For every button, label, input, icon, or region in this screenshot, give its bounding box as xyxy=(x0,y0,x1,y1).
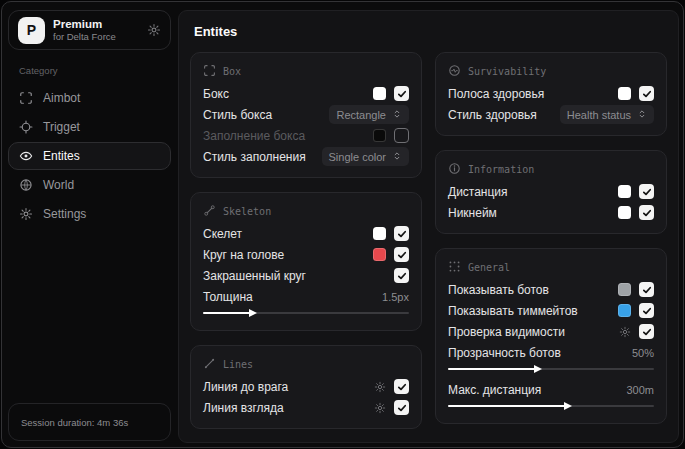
brand-subtitle: for Delta Force xyxy=(53,31,139,43)
card-skeleton: Skeleton Скелет Круг на голове xyxy=(190,192,422,331)
slider-value: 300m xyxy=(626,384,654,396)
sidebar-item-settings[interactable]: Settings xyxy=(8,200,171,228)
setting-label: Закрашенный круг xyxy=(203,269,394,283)
sidebar-item-trigget[interactable]: Trigget xyxy=(8,113,171,141)
checkbox-checked[interactable] xyxy=(639,205,654,220)
slider-thumb[interactable] xyxy=(564,402,572,410)
chevrons-updown-icon xyxy=(637,109,647,121)
gear-icon[interactable] xyxy=(147,23,161,37)
fill-style-select[interactable]: Single color xyxy=(322,147,409,166)
slider-fill xyxy=(203,312,252,314)
setting-row-bot-opacity: Прозрачность ботов 50% xyxy=(448,342,654,363)
checkbox-checked[interactable] xyxy=(394,268,409,283)
page-title: Entites xyxy=(194,24,667,39)
setting-label: Стиль заполнения xyxy=(203,150,322,164)
session-duration: Session duration: 4m 36s xyxy=(8,403,171,441)
gear-icon[interactable] xyxy=(619,326,631,338)
sidebar-item-label: World xyxy=(43,178,74,192)
setting-label: Показывать ботов xyxy=(448,283,618,297)
setting-row-max-distance: Макс. дистанция 300m xyxy=(448,379,654,400)
thickness-slider[interactable] xyxy=(203,308,409,318)
color-swatch[interactable] xyxy=(373,248,386,261)
info-icon xyxy=(448,162,461,177)
sidebar-item-entites[interactable]: Entites xyxy=(8,142,171,170)
main-panel: Entites Box Бокс xyxy=(178,10,679,443)
color-swatch[interactable] xyxy=(618,304,631,317)
setting-row-health-style: Стиль здоровья Health status xyxy=(448,104,654,125)
checkbox-checked[interactable] xyxy=(639,303,654,318)
checkbox-checked[interactable] xyxy=(394,247,409,262)
setting-row-nickname: Никнейм xyxy=(448,202,654,223)
color-swatch[interactable] xyxy=(618,206,631,219)
session-duration-text: Session duration: 4m 36s xyxy=(21,417,128,428)
setting-row-visibility-check: Проверка видимости xyxy=(448,321,654,342)
sidebar-item-aimbot[interactable]: Aimbot xyxy=(8,84,171,112)
select-value: Single color xyxy=(329,151,386,163)
sidebar-item-label: Settings xyxy=(43,207,86,221)
checkbox-checked[interactable] xyxy=(639,282,654,297)
setting-row-thickness: Толщина 1.5px xyxy=(203,286,409,307)
card-title: General xyxy=(468,262,510,273)
setting-row-view-line: Линия взгляда xyxy=(203,397,409,418)
slider-value: 1.5px xyxy=(382,291,409,303)
setting-label: Заполнение бокса xyxy=(203,129,373,143)
globe-icon xyxy=(19,178,33,192)
slider-thumb[interactable] xyxy=(534,365,542,373)
sidebar-item-world[interactable]: World xyxy=(8,171,171,199)
gear-icon[interactable] xyxy=(374,402,386,414)
category-label: Category xyxy=(19,65,171,76)
card-lines: Lines Линия до врага Линия взгляда xyxy=(190,345,422,429)
color-swatch[interactable] xyxy=(618,87,631,100)
setting-row-head-circle: Круг на голове xyxy=(203,244,409,265)
setting-row-box: Бокс xyxy=(203,83,409,104)
color-swatch[interactable] xyxy=(373,129,386,142)
aimbot-icon xyxy=(19,91,33,105)
crosshair-icon xyxy=(19,120,33,134)
entities-eye-icon xyxy=(19,149,33,163)
setting-row-box-style: Стиль бокса Rectangle xyxy=(203,104,409,125)
sidebar: P Premium for Delta Force Category Aimbo… xyxy=(8,10,171,441)
setting-label: Круг на голове xyxy=(203,248,373,262)
checkbox-checked[interactable] xyxy=(394,379,409,394)
card-survivability: Survivability Полоса здоровья Стиль здор… xyxy=(435,52,667,136)
card-general: General Показывать ботов Показывать тимм… xyxy=(435,248,667,424)
checkbox-checked[interactable] xyxy=(639,324,654,339)
health-style-select[interactable]: Health status xyxy=(560,105,654,124)
setting-row-box-fill: Заполнение бокса xyxy=(203,125,409,146)
setting-row-fill-style: Стиль заполнения Single color xyxy=(203,146,409,167)
bot-opacity-slider[interactable] xyxy=(448,364,654,374)
setting-label: Скелет xyxy=(203,227,373,241)
color-swatch[interactable] xyxy=(373,87,386,100)
box-style-select[interactable]: Rectangle xyxy=(329,105,409,124)
box-frame-icon xyxy=(203,64,216,79)
checkbox-checked[interactable] xyxy=(639,184,654,199)
color-swatch[interactable] xyxy=(373,227,386,240)
max-distance-slider[interactable] xyxy=(448,401,654,411)
color-swatch[interactable] xyxy=(618,185,631,198)
gear-icon xyxy=(19,207,33,221)
setting-row-health-bar: Полоса здоровья xyxy=(448,83,654,104)
sidebar-item-label: Trigget xyxy=(43,120,80,134)
pulse-icon xyxy=(448,64,461,79)
slider-thumb[interactable] xyxy=(249,309,257,317)
slider-fill xyxy=(448,405,567,407)
setting-row-show-bots: Показывать ботов xyxy=(448,279,654,300)
checkbox-checked[interactable] xyxy=(394,86,409,101)
card-title: Skeleton xyxy=(223,206,271,217)
app-window: P Premium for Delta Force Category Aimbo… xyxy=(1,1,684,448)
setting-label: Прозрачность ботов xyxy=(448,346,632,360)
brand-title: Premium xyxy=(53,17,139,31)
checkbox-unchecked[interactable] xyxy=(394,128,409,143)
checkbox-checked[interactable] xyxy=(394,226,409,241)
setting-label: Макс. дистанция xyxy=(448,383,626,397)
color-swatch[interactable] xyxy=(618,283,631,296)
setting-label: Проверка видимости xyxy=(448,325,619,339)
card-title: Survivability xyxy=(468,66,546,77)
gear-icon[interactable] xyxy=(374,381,386,393)
setting-label: Полоса здоровья xyxy=(448,87,618,101)
sidebar-item-label: Aimbot xyxy=(43,91,80,105)
dots-grid-icon xyxy=(448,260,461,275)
checkbox-checked[interactable] xyxy=(394,400,409,415)
checkbox-checked[interactable] xyxy=(639,86,654,101)
chevrons-updown-icon xyxy=(392,109,402,121)
